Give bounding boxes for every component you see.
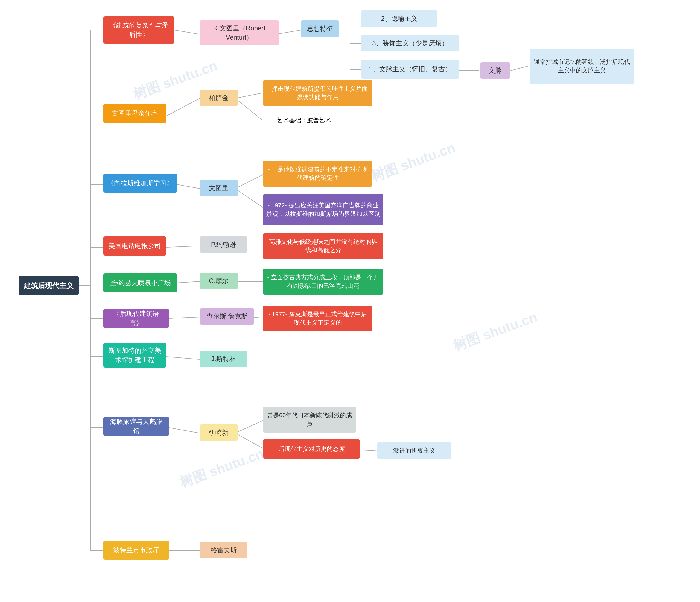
l1-node-4: 美国电话电报公司 xyxy=(103,236,166,256)
root-label: 建筑后现代主义 xyxy=(24,281,74,290)
feature-2-label: 3、装饰主义（少是厌烦） xyxy=(372,38,448,48)
l1-node-5: 圣•约瑟夫喷泉小广场 xyxy=(103,273,177,292)
l2-4-label: 文图里 xyxy=(209,183,229,193)
l1-node-3: 《向拉斯维加斯学习》 xyxy=(103,174,177,193)
svg-line-38 xyxy=(235,433,265,449)
content-las1: - 一是他以强调建筑的不定性来对抗现代建筑的确定性 xyxy=(263,161,372,187)
content-jks: - 1977- 詹克斯是最早正式给建筑中后现代主义下定义的 xyxy=(263,306,372,332)
content-jks-label: - 1977- 詹克斯是最早正式给建筑中后现代主义下定义的 xyxy=(267,310,369,327)
svg-line-36 xyxy=(169,428,200,433)
l1-5-label: 圣•约瑟夫喷泉小广场 xyxy=(110,278,171,287)
l1-2-label: 文图里母亲住宅 xyxy=(112,109,158,118)
l1-7-label: 斯图加特的州立美术馆扩建工程 xyxy=(107,346,162,364)
l1-node-1: 《建筑的复杂性与矛盾性》 xyxy=(103,17,174,44)
l1-node-7: 斯图加特的州立美术馆扩建工程 xyxy=(103,343,166,368)
svg-line-37 xyxy=(235,419,265,433)
svg-line-33 xyxy=(169,317,200,318)
content-las1-label: - 一是他以强调建筑的不定性来对抗现代建筑的确定性 xyxy=(267,165,369,182)
svg-line-25 xyxy=(235,98,262,120)
svg-line-15 xyxy=(276,30,301,34)
watermark-2: 树图 shutu.cn xyxy=(369,138,458,186)
l1-4-label: 美国电话电报公司 xyxy=(108,241,161,251)
wenmai-desc-label: 通常指城市记忆的延续，泛指后现代主义中的文脉主义 xyxy=(534,58,630,75)
feature-1-label: 2、隐喻主义 xyxy=(381,14,417,23)
content-arts: 艺术基础：波普艺术 xyxy=(263,112,345,128)
content-las2: - 1972- 提出应关注美国充满广告牌的商业景观，以拉斯维的加斯赌场为界限加以… xyxy=(263,194,383,226)
content-sq: - 立面按古典方式分成三段，顶部是一个开有圆形缺口的巴洛克式山花 xyxy=(263,269,383,294)
svg-line-23 xyxy=(166,98,200,116)
svg-line-35 xyxy=(166,357,200,359)
content-h1-label: 曾是60年代日本新陈代谢派的成员 xyxy=(266,411,353,428)
l2-node-9: 矶崎新 xyxy=(200,424,238,441)
l2-node-5: P.约翰逊 xyxy=(200,236,247,253)
l1-node-2: 文图里母亲住宅 xyxy=(103,104,166,123)
feature-node-3: 1、文脉主义（怀旧、复古） xyxy=(361,59,459,79)
svg-line-28 xyxy=(235,188,265,209)
l2-7-label: 查尔斯.詹克斯 xyxy=(206,312,248,321)
svg-line-22 xyxy=(508,66,530,71)
content-att-label: 高雅文化与低级趣味之间并没有绝对的界线和高低之分 xyxy=(267,238,379,255)
watermark-4: 树图 shutu.cn xyxy=(177,445,266,492)
l2-2-label: 思想特征 xyxy=(307,24,333,33)
content-arts-label: 艺术基础：波普艺术 xyxy=(277,116,331,125)
l2-node-3: 柏腊金 xyxy=(200,89,238,106)
svg-line-14 xyxy=(174,30,200,34)
l2-5-label: P.约翰逊 xyxy=(211,240,236,249)
l1-node-6: 《后现代建筑语言》 xyxy=(103,309,169,328)
l1-8-label: 海豚旅馆与天鹅旅馆 xyxy=(107,417,165,435)
content-att: 高雅文化与低级趣味之间并没有绝对的界线和高低之分 xyxy=(263,233,383,259)
watermark-3: 树图 shutu.cn xyxy=(451,308,540,355)
l2-node-4: 文图里 xyxy=(200,180,238,196)
l2-node-8: J.斯特林 xyxy=(200,350,247,367)
l2-node-7: 查尔斯.詹克斯 xyxy=(200,308,254,325)
l1-1-label: 《建筑的复杂性与矛盾性》 xyxy=(107,21,171,39)
root-node: 建筑后现代主义 xyxy=(19,276,79,295)
content-h2-label: 后现代主义对历史的态度 xyxy=(279,445,345,453)
content-h1: 曾是60年代日本新陈代谢派的成员 xyxy=(263,407,356,433)
l2-3-label: 柏腊金 xyxy=(209,93,229,103)
content-sq-label: - 立面按古典方式分成三段，顶部是一个开有圆形缺口的巴洛克式山花 xyxy=(267,273,379,290)
content-boluojin-label: - 抨击现代建筑所提倡的理性主义片面强调功能与作用 xyxy=(267,85,369,102)
wenmai-desc-node: 通常指城市记忆的延续，泛指后现代主义中的文脉主义 xyxy=(530,49,634,84)
l2-10-label: 格雷夫斯 xyxy=(210,545,237,555)
l1-node-9: 波特兰市市政厅 xyxy=(103,541,169,560)
wenmai-label: 文脉 xyxy=(489,66,502,75)
feature-3-label: 1、文脉主义（怀旧、复古） xyxy=(369,64,451,74)
svg-line-24 xyxy=(235,93,262,98)
content-boluojin: - 抨击现代建筑所提倡的理性主义片面强调功能与作用 xyxy=(263,80,372,106)
mind-map: 树图 shutu.cn 树图 shutu.cn 树图 shutu.cn 树图 s… xyxy=(0,0,700,602)
l2-1-label: R.文图里（Robert Venturi） xyxy=(203,24,275,42)
l1-3-label: 《向拉斯维加斯学习》 xyxy=(107,179,173,188)
l2-node-1: R.文图里（Robert Venturi） xyxy=(200,21,279,45)
l1-node-8: 海豚旅馆与天鹅旅馆 xyxy=(103,417,169,436)
svg-line-31 xyxy=(177,282,200,283)
svg-line-26 xyxy=(177,184,200,188)
svg-line-27 xyxy=(235,174,265,188)
l2-9-label: 矶崎新 xyxy=(209,428,229,437)
wenmai-node: 文脉 xyxy=(480,62,510,79)
feature-node-1: 2、隐喻主义 xyxy=(361,10,438,27)
l1-9-label: 波特兰市市政厅 xyxy=(113,545,159,555)
content-h3-label: 激进的折衷主义 xyxy=(393,446,435,455)
l2-node-10: 格雷夫斯 xyxy=(200,542,247,558)
svg-line-29 xyxy=(166,246,200,247)
content-h2: 后现代主义对历史的态度 xyxy=(263,439,360,459)
feature-node-2: 3、装饰主义（少是厌烦） xyxy=(361,35,459,51)
content-h3: 激进的折衷主义 xyxy=(377,442,451,459)
l1-6-label: 《后现代建筑语言》 xyxy=(107,309,165,328)
content-las2-label: - 1972- 提出应关注美国充满广告牌的商业景观，以拉斯维的加斯赌场为界限加以… xyxy=(266,201,381,218)
l2-node-6: C.摩尔 xyxy=(200,273,238,289)
l2-6-label: C.摩尔 xyxy=(209,276,229,286)
l2-8-label: J.斯特林 xyxy=(211,354,236,363)
l2-node-2: 思想特征 xyxy=(301,21,339,37)
